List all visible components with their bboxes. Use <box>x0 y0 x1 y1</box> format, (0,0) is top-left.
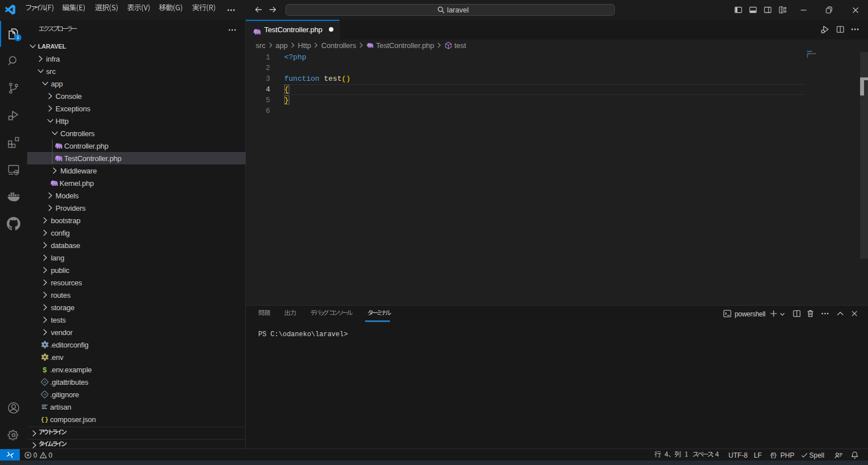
svg-text:$: $ <box>42 365 47 373</box>
svg-text:{ }: { } <box>41 416 48 423</box>
svg-text:}: } <box>774 452 778 459</box>
